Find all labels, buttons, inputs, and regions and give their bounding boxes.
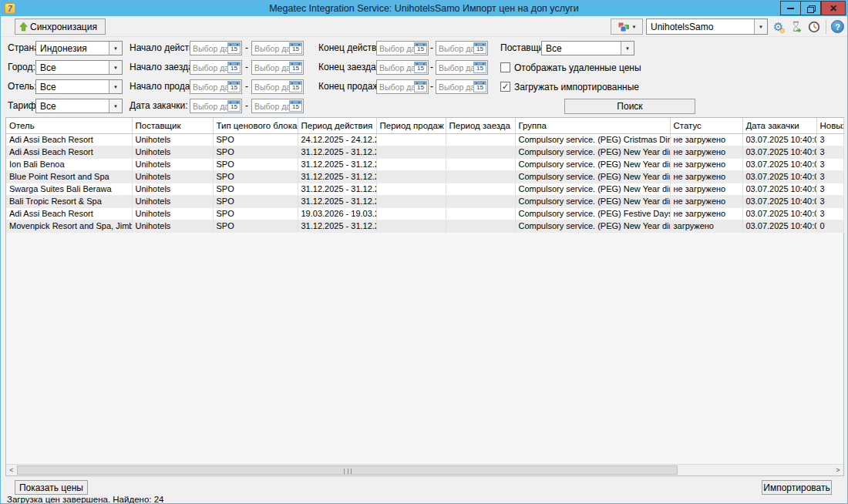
- sync-button[interactable]: Синхронизация: [15, 18, 106, 35]
- end-checkin-label: Конец заезда:: [318, 60, 379, 75]
- minimize-button[interactable]: [780, 1, 801, 15]
- table-cell: [376, 207, 446, 220]
- scrollbar-thumb[interactable]: [17, 465, 678, 475]
- calendar-icon[interactable]: 15: [473, 62, 486, 73]
- calendar-icon[interactable]: 15: [227, 42, 241, 54]
- table-row[interactable]: Blue Point Resort and SpaUnihotelsSPO31.…: [6, 170, 843, 183]
- pending-tasks-button[interactable]: [789, 19, 803, 34]
- search-button[interactable]: Поиск: [564, 99, 695, 114]
- help-icon: ?: [835, 22, 840, 32]
- calendar-icon[interactable]: 15: [473, 81, 486, 92]
- table-row[interactable]: Adi Assi Beach ResortUnihotelsSPO19.03.2…: [6, 207, 843, 220]
- column-header-1[interactable]: Отель: [6, 118, 132, 133]
- table-row[interactable]: Bali Tropic Resort & SpaUnihotelsSPO31.1…: [6, 195, 843, 207]
- table-cell: не загружено: [670, 183, 742, 195]
- load-imported-checkbox[interactable]: ✓ Загружать импортированные: [500, 79, 639, 94]
- start-sales-to-datepicker[interactable]: Выбор даты15: [251, 79, 304, 94]
- results-table: ОтельПоставщикТип ценового блокаПериод д…: [6, 118, 844, 233]
- table-cell: Unihotels: [132, 146, 213, 158]
- table-cell: SPO: [213, 195, 298, 207]
- start-action-from-datepicker[interactable]: Выбор даты15: [190, 41, 242, 55]
- end-action-from-datepicker[interactable]: Выбор даты15: [376, 41, 429, 55]
- calendar-icon[interactable]: 15: [289, 100, 302, 112]
- table-row[interactable]: Adi Assi Beach ResortUnihotelsSPO31.12.2…: [6, 146, 843, 158]
- restore-button[interactable]: [800, 1, 821, 15]
- calendar-icon[interactable]: 15: [414, 42, 427, 54]
- supplier-select[interactable]: Все ▼: [541, 41, 634, 55]
- profile-select[interactable]: UnihotelsSamo ▼: [646, 18, 768, 35]
- table-row[interactable]: Movenpick Resort and Spa, Jimbaran BaliU…: [6, 220, 843, 232]
- start-action-to-datepicker[interactable]: Выбор даты15: [251, 41, 304, 55]
- table-cell: [376, 183, 446, 195]
- show-deleted-checkbox[interactable]: Отображать удаленные цены: [500, 60, 641, 75]
- tariff-select[interactable]: Все ▼: [35, 99, 123, 113]
- end-action-to-datepicker[interactable]: Выбор даты15: [436, 41, 488, 55]
- column-header-8[interactable]: Статус: [670, 118, 742, 133]
- table-cell: Adi Assi Beach Resort: [6, 133, 132, 146]
- end-checkin-to-datepicker[interactable]: Выбор даты15: [436, 60, 488, 75]
- range-separator: -: [429, 41, 434, 55]
- column-header-3[interactable]: Тип ценового блока: [213, 118, 298, 133]
- end-sales-to-datepicker[interactable]: Выбор даты15: [436, 79, 488, 94]
- settings-button[interactable]: ⚙ ⚙: [771, 19, 786, 34]
- hourglass-icon: [790, 21, 803, 33]
- import-button-label: Импортировать: [763, 482, 829, 493]
- scroll-left-button[interactable]: <: [6, 465, 17, 475]
- calendar-icon[interactable]: 15: [227, 81, 241, 92]
- calendar-icon[interactable]: 15: [289, 81, 302, 92]
- table-cell: Compulsory service. (PEG) New Year dinne…: [515, 146, 670, 158]
- column-header-5[interactable]: Период продаж: [376, 118, 446, 133]
- start-sales-from-datepicker[interactable]: Выбор даты15: [190, 79, 242, 94]
- table-cell: [446, 220, 515, 232]
- calendar-icon[interactable]: 15: [473, 42, 486, 54]
- calendar-icon[interactable]: 15: [289, 62, 302, 73]
- country-select[interactable]: Индонезия ▼: [35, 41, 123, 55]
- calendar-icon[interactable]: 15: [227, 100, 241, 112]
- start-checkin-to-datepicker[interactable]: Выбор даты15: [251, 60, 304, 75]
- tariff-select-value: Все: [36, 101, 109, 112]
- calendar-icon[interactable]: 15: [227, 62, 241, 73]
- scroll-right-button[interactable]: >: [833, 465, 843, 475]
- close-button[interactable]: ✕: [821, 1, 846, 15]
- chevron-down-icon: ▼: [109, 99, 122, 113]
- table-cell: 03.07.2025 10:40:04: [742, 158, 816, 170]
- column-header-10[interactable]: Новых: [816, 118, 843, 133]
- calendar-icon[interactable]: 15: [414, 81, 427, 92]
- show-prices-button[interactable]: Показать цены: [15, 480, 88, 495]
- calendar-icon[interactable]: 15: [414, 62, 427, 73]
- city-select[interactable]: Все ▼: [35, 60, 123, 75]
- table-row[interactable]: Swarga Suites Bali BerawaUnihotelsSPO31.…: [6, 183, 843, 195]
- scrollbar-grip-icon: [344, 469, 352, 474]
- table-row[interactable]: Adi Assi Beach ResortUnihotelsSPO24.12.2…: [6, 133, 843, 146]
- table-cell: 3: [816, 170, 843, 183]
- status-text: Загрузка цен завершена. Найдено: 24: [7, 495, 163, 504]
- table-cell: [446, 170, 515, 183]
- column-header-7[interactable]: Группа: [515, 118, 670, 133]
- table-cell: SPO: [213, 207, 298, 220]
- table-cell: [446, 183, 515, 195]
- modules-dropdown-button[interactable]: ▼: [611, 18, 643, 35]
- download-date-from-datepicker[interactable]: Выбор даты15: [190, 99, 242, 113]
- range-separator: -: [244, 60, 249, 75]
- range-separator: -: [429, 60, 434, 75]
- column-header-6[interactable]: Период заезда: [446, 118, 515, 133]
- history-button[interactable]: [806, 19, 821, 34]
- help-button[interactable]: ?: [831, 20, 844, 33]
- end-sales-from-datepicker[interactable]: Выбор даты15: [376, 79, 429, 94]
- table-cell: Compulsory service. (PEG) New Year dinne…: [515, 195, 670, 207]
- calendar-icon[interactable]: 15: [289, 42, 302, 54]
- column-header-9[interactable]: Дата закачки: [742, 118, 816, 133]
- column-header-2[interactable]: Поставщик: [132, 118, 213, 133]
- hotel-select[interactable]: Все ▼: [35, 79, 123, 94]
- table-cell: 19.03.2026 - 19.03.2026: [298, 207, 376, 220]
- table-cell: Adi Assi Beach Resort: [6, 146, 132, 158]
- import-button[interactable]: Импортировать: [762, 480, 832, 495]
- horizontal-scrollbar[interactable]: < >: [6, 464, 843, 475]
- download-date-to-datepicker[interactable]: Выбор даты15: [251, 99, 304, 113]
- table-row[interactable]: Ion Bali BenoaUnihotelsSPO31.12.2025 - 3…: [6, 158, 843, 170]
- end-checkin-from-datepicker[interactable]: Выбор даты15: [376, 60, 429, 75]
- column-header-4[interactable]: Период действия: [298, 118, 376, 133]
- table-cell: Adi Assi Beach Resort: [6, 207, 132, 220]
- start-checkin-from-datepicker[interactable]: Выбор даты15: [190, 60, 242, 75]
- table-cell: 31.12.2025 - 31.12.2025: [298, 158, 376, 170]
